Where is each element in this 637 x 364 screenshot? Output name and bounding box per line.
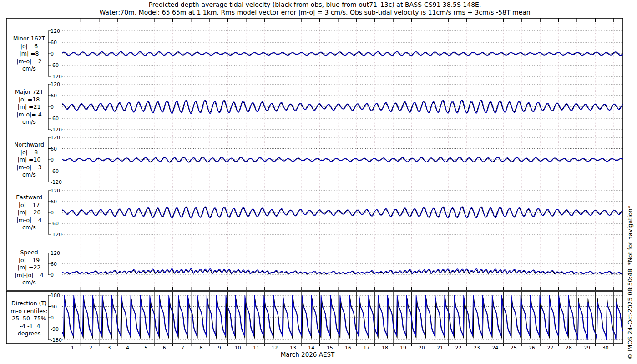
figure-title: Predicted depth-average tidal velocity (… (0, 1, 630, 8)
x-day-label: 16 (345, 345, 351, 351)
panel-label-eastward: |o| =17 (19, 202, 40, 208)
x-day-label: 11 (253, 345, 259, 351)
panel-label-direction: m-o centiles: (10, 308, 47, 314)
x-day-label: 7 (181, 345, 184, 351)
panel-label-major: |m-o|= 4 (16, 111, 41, 118)
x-day-label: 18 (382, 345, 388, 351)
x-day-label: 17 (364, 345, 370, 351)
panel-label-minor: |m| =8 (20, 50, 39, 57)
x-day-label: 19 (400, 345, 406, 351)
panel-label-northward: |o| =8 (20, 149, 38, 156)
panel-label-minor: Minor 162T (13, 35, 46, 42)
ytick-label-speed: 60 (51, 261, 57, 267)
day-ticks (81, 18, 613, 346)
panel-label-major: |m| =21 (18, 103, 41, 110)
x-day-label: 27 (547, 345, 553, 351)
x-day-label: 28 (566, 345, 572, 351)
ytick-label-direction: -180 (51, 337, 62, 343)
panel-label-major: |o| =18 (19, 96, 40, 103)
ytick-label-major: 120 (51, 81, 60, 87)
x-day-label: 21 (437, 345, 443, 351)
panel-label-northward: Northward (14, 141, 44, 148)
x-day-label: 15 (327, 345, 333, 351)
ytick-label-major: 0 (51, 104, 54, 110)
x-day-label: 14 (308, 345, 314, 351)
panel-label-direction: 25 50 75% (12, 315, 46, 322)
x-day-label: 25 (511, 345, 517, 351)
obs-trace-direction (62, 299, 623, 338)
ytick-label-minor: -60 (51, 62, 59, 68)
ytick-label-major: 60 (51, 93, 57, 99)
ytick-label-minor: 60 (51, 40, 57, 46)
panel-label-major: cm/s (22, 118, 36, 125)
panel-label-eastward: |m-o|= 4 (16, 217, 41, 223)
panel-label-speed: Speed (20, 249, 38, 256)
day-lines-direction (81, 292, 613, 343)
x-day-label: 1 (71, 345, 74, 351)
panel-label-eastward: |m| =20 (18, 209, 41, 216)
panel-label-major: Major 72T (15, 88, 44, 95)
panel-label-northward: cm/s (22, 171, 36, 178)
tidal-velocity-figure: Predicted depth-average tidal velocity (… (0, 0, 637, 364)
x-day-label: 26 (529, 345, 535, 351)
x-day-label: 22 (455, 345, 461, 351)
figure-subtitle: Water:70m. Model: 65 65m at 1 1km. Rms m… (0, 9, 630, 16)
ytick-label-northward: 0 (51, 157, 54, 163)
panel-label-minor: |m-o|= 2 (16, 58, 41, 65)
x-day-label: 29 (584, 345, 590, 351)
model-trace-minor (62, 51, 623, 56)
panel-label-minor: cm/s (22, 65, 36, 72)
ytick-label-eastward: 120 (51, 188, 60, 194)
x-day-label: 20 (419, 345, 425, 351)
day-gridlines-upper (81, 19, 613, 290)
ytick-label-eastward: -120 (51, 232, 62, 238)
ytick-label-major: -120 (51, 127, 62, 133)
x-day-label: 8 (199, 345, 202, 351)
ytick-label-eastward: 60 (51, 199, 57, 205)
panel-label-eastward: cm/s (22, 224, 36, 231)
panel-label-minor: |o| =6 (20, 43, 38, 50)
ytick-label-minor: -120 (51, 74, 62, 80)
ytick-label-northward: -120 (51, 179, 62, 185)
x-day-label: 6 (163, 345, 166, 351)
imos-watermark: © IMOS 24-Oct-2025 08:50:48. *Not for na… (627, 206, 633, 359)
ytick-label-direction: 180 (51, 293, 60, 298)
panel-label-speed: |m| =22 (18, 264, 41, 271)
tidal-velocity-plot: 120600-60-120Minor 162T|o| =6|m| =8|m-o|… (0, 0, 637, 364)
x-day-label: 3 (108, 345, 111, 351)
x-day-label: 23 (474, 345, 480, 351)
x-day-label: 13 (290, 345, 296, 351)
gridlines-eastward (62, 191, 623, 234)
x-day-label: 9 (218, 345, 221, 351)
ytick-label-northward: 120 (51, 135, 60, 141)
panel-label-eastward: Eastward (16, 194, 42, 201)
model-trace-speed (62, 268, 623, 274)
x-axis-title: March 2026 AEST (281, 351, 335, 358)
gridlines-major (62, 84, 623, 130)
ytick-label-minor: 120 (51, 28, 60, 34)
velocity-panels-frame (6, 18, 623, 290)
ytick-label-northward: 60 (51, 146, 57, 152)
ytick-label-northward: -60 (51, 168, 59, 174)
x-day-label: 2 (89, 345, 92, 351)
model-trace-northward (62, 157, 623, 162)
x-day-label: 30 (602, 345, 609, 351)
panel-label-speed: |o| =19 (19, 257, 40, 263)
ytick-label-speed: 0 (51, 272, 54, 278)
x-day-label: 24 (492, 345, 498, 351)
panel-label-northward: |m| =10 (18, 156, 41, 163)
x-day-label: 12 (272, 345, 278, 351)
ytick-label-minor: 0 (51, 51, 54, 57)
panel-label-northward: |m-o|= 3 (16, 164, 41, 171)
panel-label-direction: -4 -1 4 (18, 323, 40, 329)
ytick-label-direction: 0 (51, 315, 54, 321)
panel-label-direction: Direction (T) (11, 300, 47, 307)
panel-label-speed: cm/s (22, 279, 36, 286)
ytick-label-direction: -90 (51, 326, 59, 332)
x-day-label: 10 (235, 345, 241, 351)
x-day-label: 4 (126, 345, 129, 351)
ytick-label-speed: 120 (51, 250, 60, 256)
ytick-label-direction: 90 (51, 304, 57, 310)
panel-label-direction: degrees (18, 330, 40, 337)
ytick-label-eastward: -60 (51, 221, 59, 227)
